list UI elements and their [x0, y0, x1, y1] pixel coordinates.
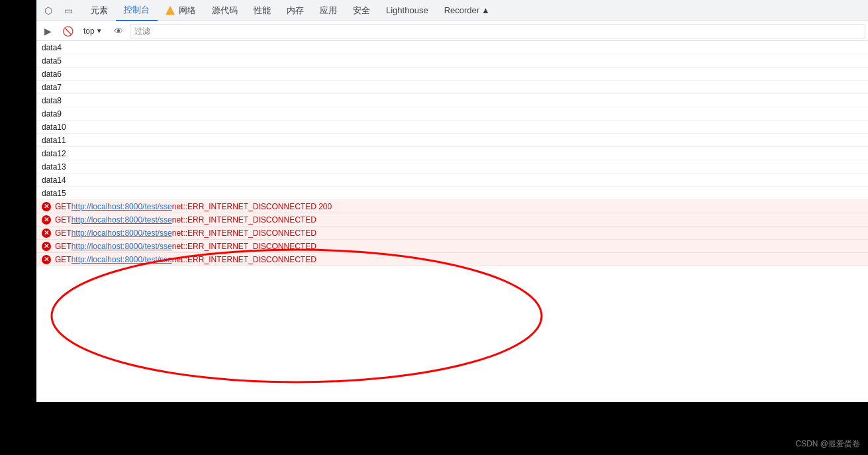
tab-lighthouse[interactable]: Lighthouse [378, 0, 436, 21]
filter-input[interactable] [130, 24, 865, 38]
error-icon: ✕ [42, 215, 51, 225]
console-data-row: data8 [36, 94, 868, 107]
clear-button[interactable]: 🚫 [59, 23, 76, 40]
error-url[interactable]: http://localhost:8000/test/sse [72, 215, 172, 225]
console-data-row: data9 [36, 107, 868, 121]
tab-recorder[interactable]: Recorder ▲ [436, 0, 498, 21]
console-data-row: data14 [36, 174, 868, 187]
console-row: ✕GET http://localhost:8000/test/sse net:… [36, 213, 868, 227]
console-data-row: data10 [36, 121, 868, 134]
execute-button[interactable]: ▶ [39, 23, 56, 40]
tab-console[interactable]: 控制台 [116, 0, 158, 21]
watermark: CSDN @最爱蛋卷 [795, 438, 860, 450]
error-method: GET [55, 228, 72, 238]
console-row: ✕GET http://localhost:8000/test/sse net:… [36, 240, 868, 253]
error-icon: ✕ [42, 255, 51, 264]
error-url[interactable]: http://localhost:8000/test/sse [72, 255, 172, 264]
error-icon: ✕ [42, 202, 51, 211]
error-method: GET [55, 202, 72, 211]
console-data-row: data15 [36, 187, 868, 200]
error-method: GET [55, 242, 72, 251]
console-data-row: data4 [36, 41, 868, 54]
console-toolbar: ▶ 🚫 top ▼ 👁 [36, 21, 868, 41]
error-message: net::ERR_INTERNET_DISCONNECTED [172, 255, 316, 264]
tab-sources[interactable]: 源代码 [204, 0, 246, 21]
devtools-panel: ⬡ ▭ 元素 控制台 网络 源代码 性能 内存 应用 安全 Lighthouse… [36, 0, 868, 402]
error-url[interactable]: http://localhost:8000/test/sse [72, 228, 172, 238]
eye-button[interactable]: 👁 [110, 23, 127, 40]
error-method: GET [55, 215, 72, 225]
console-content: data4data5data6data7data8data9data10data… [36, 41, 868, 402]
tab-performance[interactable]: 性能 [246, 0, 279, 21]
error-url[interactable]: http://localhost:8000/test/sse [72, 242, 172, 251]
error-message: net::ERR_INTERNET_DISCONNECTED [172, 228, 316, 238]
error-icon: ✕ [42, 242, 51, 251]
error-method: GET [55, 255, 72, 264]
tab-icon-group: ⬡ ▭ [39, 1, 77, 20]
console-row: ✕GET http://localhost:8000/test/sse net:… [36, 253, 868, 266]
error-url[interactable]: http://localhost:8000/test/sse [72, 202, 172, 211]
console-row: ✕GET http://localhost:8000/test/sse net:… [36, 227, 868, 240]
error-message: net::ERR_INTERNET_DISCONNECTED 200 [172, 202, 332, 211]
console-data-row: data13 [36, 160, 868, 174]
console-data-row: data7 [36, 81, 868, 94]
tab-network[interactable]: 网络 [158, 0, 204, 21]
cursor-icon[interactable]: ⬡ [39, 1, 58, 20]
device-icon[interactable]: ▭ [59, 1, 77, 20]
context-selector[interactable]: top ▼ [79, 25, 107, 38]
tab-security[interactable]: 安全 [345, 0, 378, 21]
tab-memory[interactable]: 内存 [279, 0, 312, 21]
console-data-row: data6 [36, 68, 868, 81]
console-data-row: data11 [36, 134, 868, 147]
console-data-row: data12 [36, 147, 868, 160]
tab-application[interactable]: 应用 [312, 0, 345, 21]
tab-bar: ⬡ ▭ 元素 控制台 网络 源代码 性能 内存 应用 安全 Lighthouse… [36, 0, 868, 21]
context-dropdown-icon: ▼ [96, 27, 103, 34]
error-icon: ✕ [42, 228, 51, 238]
context-label: top [83, 26, 95, 36]
tab-elements[interactable]: 元素 [83, 0, 116, 21]
warning-icon [166, 6, 175, 15]
console-data-row: data5 [36, 54, 868, 68]
error-message: net::ERR_INTERNET_DISCONNECTED [172, 242, 316, 251]
error-message: net::ERR_INTERNET_DISCONNECTED [172, 215, 316, 225]
console-row: ✕GET http://localhost:8000/test/sse net:… [36, 200, 868, 213]
